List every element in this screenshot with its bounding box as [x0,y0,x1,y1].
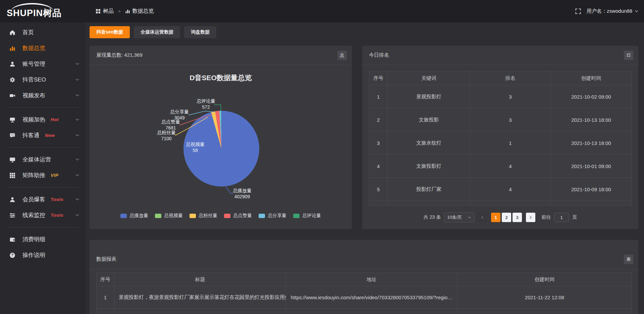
table-cell: 1 [369,85,388,108]
data-tabs: 抖音seo数据全媒体运营数据询盘数据 [90,26,216,38]
username-label: 用户名：zswodun88 [587,8,632,14]
sidebar-item-badge: Tools [51,197,63,202]
page-button-3[interactable]: 3 [513,213,522,222]
table-cell: 4 [470,178,551,201]
legend-item-0[interactable]: 总播放量 [120,213,148,219]
tab-2[interactable]: 询盘数据 [184,26,216,38]
table-cell: 2021-10-02 09:00 [551,85,632,108]
pie-label-videos: 总视频量58 [177,141,214,153]
table-row: 1景观投影灯32021-10-02 09:00 [369,85,632,108]
sidebar-item-4[interactable]: 视频发布 [0,88,86,103]
sidebar-divider [6,147,79,148]
goto-suffix: 页 [572,214,577,220]
tab-1[interactable]: 全媒体运营数据 [134,26,180,38]
legend-swatch [224,214,230,218]
chart-legend: 总播放量总视频量总粉丝量总点赞量总分享量总评论量 [90,213,352,219]
sidebar-item-2[interactable]: 账号管理 [0,56,86,72]
table-cell: 4 [470,155,551,178]
fullscreen-icon[interactable] [575,8,581,14]
sidebar-item-label: 视频发布 [22,92,45,99]
table-cell [458,309,632,314]
next-page-button[interactable] [526,213,535,222]
table-row: 2文旅投影32021-10-13 18:00 [369,108,632,132]
legend-item-2[interactable]: 总粉丝量 [190,213,217,219]
sidebar-item-8[interactable]: 矩阵助推VIP [0,167,86,183]
impressions-total-stat: 展现量总数: 421,369 [96,52,143,58]
sidebar-item-6[interactable]: 抖客通New [0,127,86,143]
chevron-down-icon [75,117,79,122]
table-row: 5投影灯厂家42021-10-09 18:00 [369,178,632,201]
page-size-select[interactable]: 10条/页 [444,212,474,222]
breadcrumb-label: 数据总览 [132,8,154,15]
legend-swatch [259,214,265,218]
table-badge-button[interactable]: 表 [624,255,633,264]
table-cell: 3 [369,132,388,155]
legend-item-5[interactable]: 总评论量 [293,213,321,219]
report-table: 序号标题地址创建时间1景观投影灯，夜游景观投影灯厂家展示展示落花灯在花园里的灯光… [96,272,632,314]
grid-icon [9,172,15,178]
chevron-down-icon [75,213,79,217]
sidebar-item-badge: Tools [51,213,63,218]
sidebar-item-5[interactable]: 视频加热Hot [0,112,86,127]
legend-label: 总播放量 [129,213,148,219]
page-button-1[interactable]: 1 [491,213,500,222]
ranking-panel-title: 今日排名 [369,52,389,58]
day-badge-button[interactable]: 日 [624,51,633,60]
legend-item-4[interactable]: 总分享量 [259,213,286,219]
sidebar-item-badge: Hot [51,117,59,122]
goto-page-input[interactable] [554,213,569,222]
legend-swatch [155,214,161,218]
pie-label-likes: 总点赞量7681 [152,119,189,131]
table-cell: 文旅投影 [388,108,470,132]
sidebar-item-7[interactable]: 全媒体运营 [0,152,86,167]
bar-chart-icon [125,9,130,14]
ranking-table: 序号关键词排名创建时间1景观投影灯32021-10-02 09:002文旅投影3… [369,71,632,206]
user-menu[interactable]: 用户名：zswodun88 [587,8,639,14]
overview-panel: 展现量总数: 421,369 总 D音SEO数据量总览 总评论量572 总分享量… [90,46,352,229]
sidebar-item-9[interactable]: 会员爆客Tools [0,192,86,207]
app-logo[interactable]: SHUPIN树品 [7,2,79,21]
breadcrumb-home[interactable]: 树品 [96,8,114,15]
logo-text: SHUPIN树品 [7,7,62,19]
sidebar-item-3[interactable]: 抖音SEO [0,72,86,88]
sidebar-divider [6,107,79,108]
total-badge-button[interactable]: 总 [337,51,347,60]
table-cell [388,201,470,206]
legend-swatch [293,214,300,218]
chevron-down-icon [75,157,79,162]
question-icon: ? [9,252,15,258]
table-row-partial [97,309,632,314]
tab-0[interactable]: 抖音seo数据 [90,26,130,38]
pie-label-fans: 总粉丝量7100 [148,129,185,142]
chevron-right-icon [529,215,533,219]
sidebar-item-12[interactable]: ?操作说明 [0,247,86,263]
grid-icon [96,9,101,14]
column-header: 排名 [470,71,551,85]
page-button-2[interactable]: 2 [502,213,511,222]
table-cell: 投影灯厂家 [388,178,470,201]
legend-swatch [120,214,127,218]
breadcrumb-current[interactable]: 数据总览 [125,8,154,15]
table-cell: 2021-11-22 12:08 [458,286,632,309]
chevron-left-icon [480,215,484,219]
page-number-buttons: 123 [490,213,523,222]
column-header: 关键词 [388,71,470,85]
legend-item-1[interactable]: 总视频量 [155,213,183,219]
sidebar-item-label: 消费明细 [22,235,45,243]
sidebar: 首页数据总览账号管理抖音SEO视频发布视频加热Hot抖客通New全媒体运营矩阵助… [0,22,86,314]
sidebar-item-11[interactable]: 消费明细 [0,231,86,247]
sidebar-item-1[interactable]: 数据总览 [0,40,86,56]
legend-item-3[interactable]: 总点赞量 [224,213,252,219]
topbar-right: 用户名：zswodun88 [575,0,639,22]
sidebar-item-label: 首页 [22,29,34,36]
table-cell: 1 [97,286,114,309]
sidebar-item-10[interactable]: 线索监控Tools [0,207,86,223]
prev-page-button[interactable] [478,213,487,222]
chat-icon [9,133,15,139]
legend-swatch [190,214,196,218]
svg-text:?: ? [11,253,14,257]
column-header: 创建时间 [551,71,632,85]
report-link[interactable]: https://www.iesdouyin.com/share/video/70… [286,286,458,309]
sidebar-item-0[interactable]: 首页 [0,24,86,40]
column-header: 序号 [97,273,114,286]
